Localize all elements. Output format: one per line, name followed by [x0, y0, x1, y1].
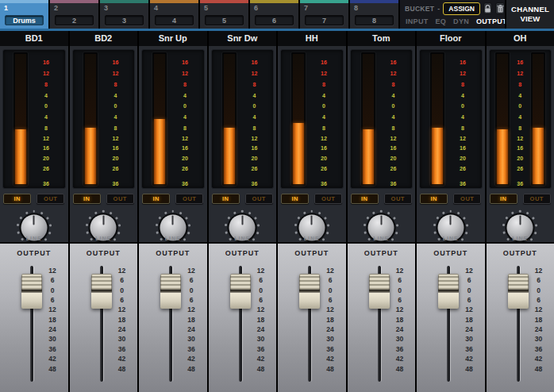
meter-out-button[interactable]: OUT	[106, 194, 134, 204]
fader-scale-label: 12	[253, 306, 269, 313]
meter-in-button[interactable]: IN	[3, 194, 31, 204]
channel-view-button[interactable]: CHANNEL VIEW	[505, 0, 554, 29]
view-tab-input[interactable]: INPUT	[406, 17, 429, 25]
meter-in-button[interactable]: IN	[142, 194, 170, 204]
knob-tick-dot	[532, 217, 534, 219]
meter-out-button[interactable]: OUT	[37, 194, 64, 204]
meter-scale-label: 12	[105, 136, 127, 141]
fader-scale-label: 48	[322, 366, 338, 373]
lock-button[interactable]	[483, 2, 493, 14]
knob-tick-dot	[185, 217, 187, 219]
fader-scale-label: 0	[461, 287, 477, 294]
channel-name-label: Tom	[348, 31, 416, 46]
assign-button[interactable]: ASSIGN	[443, 2, 480, 15]
tab-color-stripe	[300, 0, 348, 3]
fader-handle[interactable]	[21, 274, 42, 309]
meter-in-button[interactable]: IN	[281, 194, 309, 204]
fader-handle[interactable]	[438, 274, 459, 309]
knob-tick-dot	[172, 210, 175, 213]
fader-scale-label: 24	[253, 326, 269, 333]
out-button-label: OUT	[460, 195, 474, 202]
fader-scale-label: 30	[44, 336, 60, 343]
meter-in-button[interactable]: IN	[490, 194, 517, 204]
tab-color-stripe	[350, 0, 398, 3]
in-button-label: IN	[431, 195, 438, 202]
meter-out-button[interactable]: OUT	[314, 194, 342, 204]
bucket-tab-5[interactable]: 55	[200, 0, 248, 29]
bucket-tab-4[interactable]: 44	[150, 0, 198, 29]
fader-cap-lower	[91, 292, 112, 309]
fader-cap-lower	[508, 292, 529, 309]
fader-scale-label: 6	[44, 297, 60, 304]
bucket-tab-6[interactable]: 66	[250, 0, 298, 29]
tab-name-field: Drums	[5, 15, 44, 25]
meter-scale-label: 16	[244, 145, 266, 151]
meter-scale-label: 20	[35, 156, 57, 161]
meter-scale-label: 16	[313, 60, 335, 65]
meter-scale: 1612840481216202636	[452, 55, 474, 186]
view-tab-output[interactable]: OUTPUT	[476, 17, 507, 25]
meter-out-button[interactable]: OUT	[453, 194, 481, 204]
fader-handle[interactable]	[230, 274, 251, 309]
knob-label: LINE	[70, 236, 138, 241]
trash-button[interactable]	[495, 2, 505, 14]
meter-scale-label: 12	[452, 136, 474, 141]
meter-in-button[interactable]: IN	[212, 194, 240, 204]
level-meter	[293, 54, 304, 184]
bucket-tab-8[interactable]: 88	[350, 0, 398, 29]
fader-scale-label: 36	[461, 346, 477, 353]
meter-panel: 1612840481216202636	[2, 49, 66, 189]
channel-name-label: OH	[487, 31, 554, 46]
meter-out-button[interactable]: OUT	[245, 194, 273, 204]
meter-out-button[interactable]: OUT	[523, 194, 551, 204]
meter-scale-label: 26	[509, 166, 531, 171]
fader-panel: OUTPUT 1260612182430364248	[0, 242, 68, 392]
fader-handle[interactable]	[91, 274, 112, 309]
meter-scale: 1612840481216202636	[105, 55, 127, 186]
meter-scale-label: 36	[174, 181, 196, 186]
view-tabs: INPUTEQDYNOUTPUT	[405, 16, 505, 27]
meter-scale-label: 12	[452, 71, 474, 76]
knob-tick-dot	[463, 217, 465, 219]
meter-scale-label: 4	[105, 114, 127, 120]
bucket-tab-1[interactable]: 1Drums	[0, 0, 48, 29]
fader-handle[interactable]	[299, 274, 320, 309]
meter-scale-label: 4	[313, 114, 335, 120]
fader-handle[interactable]	[369, 274, 390, 309]
meter-in-button[interactable]: IN	[73, 194, 101, 204]
channel-name-label: Snr Up	[139, 31, 207, 46]
fader-handle[interactable]	[160, 274, 181, 309]
tab-color-stripe	[0, 0, 48, 3]
knob-tick-dot	[187, 232, 190, 234]
bucket-tab-7[interactable]: 77	[300, 0, 348, 29]
console-mixer-window: 1Drums22334455667788 BUCKET - ASSIGN	[0, 0, 554, 392]
fader-scale-label: 18	[114, 317, 130, 324]
knob-tick-dot	[535, 232, 537, 234]
meter-slot	[13, 52, 28, 186]
bucket-tab-3[interactable]: 33	[100, 0, 148, 29]
view-tab-dyn[interactable]: DYN	[453, 17, 469, 25]
meter-in-button[interactable]: IN	[351, 194, 379, 204]
in-button-label: IN	[14, 195, 21, 202]
channel-strip: 1612840481216202636 IN OUT LINE OUTPUT 1…	[0, 46, 68, 392]
fader-scale-label: 6	[531, 297, 547, 304]
fader-scale-label: 36	[44, 346, 60, 353]
view-tab-eq[interactable]: EQ	[436, 17, 447, 25]
knob-tick-dot	[225, 224, 227, 226]
meter-scale-label: 4	[35, 93, 57, 98]
meter-scale-label: 16	[509, 60, 531, 65]
meter-slot	[430, 52, 444, 186]
fader-handle[interactable]	[508, 274, 529, 309]
fader-scale-label: 48	[392, 366, 408, 373]
knob-tick-dot	[465, 232, 467, 234]
meter-out-button[interactable]: OUT	[384, 194, 412, 204]
meter-scale-label: 16	[313, 145, 335, 151]
meter-scale-label: 0	[35, 103, 57, 109]
fader-scale-label: 24	[531, 326, 547, 333]
bucket-tab-2[interactable]: 22	[50, 0, 98, 29]
bucket-assign-row: BUCKET - ASSIGN	[405, 2, 505, 15]
meter-out-button[interactable]: OUT	[175, 194, 203, 204]
meter-slot	[152, 52, 167, 186]
fader-scale-label: 18	[531, 317, 547, 324]
meter-in-button[interactable]: IN	[420, 194, 448, 204]
